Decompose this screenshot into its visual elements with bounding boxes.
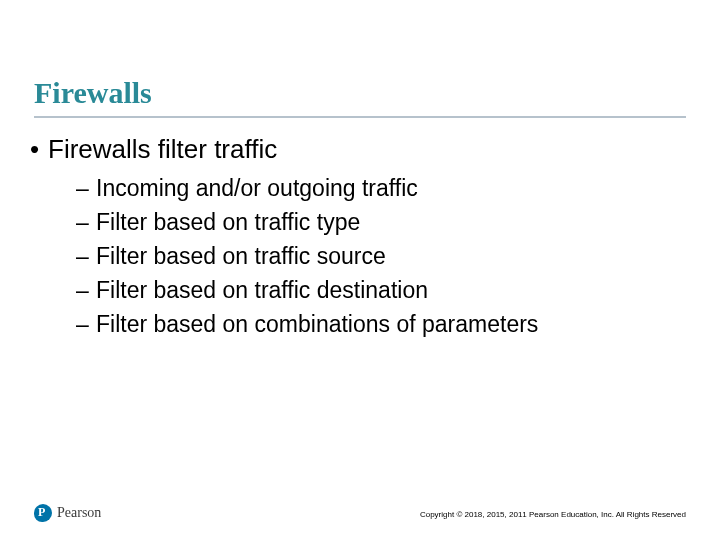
bullet-text: Filter based on traffic type	[96, 209, 360, 235]
bullet-text: Incoming and/or outgoing traffic	[96, 175, 418, 201]
bullet-level2: –Incoming and/or outgoing traffic	[76, 173, 680, 204]
dash-marker: –	[76, 241, 96, 272]
bullet-marker: •	[30, 134, 48, 165]
slide: Firewalls •Firewalls filter traffic –Inc…	[0, 0, 720, 540]
bullet-level2: –Filter based on traffic type	[76, 207, 680, 238]
pearson-logo-icon	[34, 504, 52, 522]
slide-title: Firewalls	[34, 76, 152, 110]
pearson-logo: Pearson	[34, 504, 101, 522]
bullet-text: Filter based on traffic source	[96, 243, 386, 269]
bullet-level2: –Filter based on traffic source	[76, 241, 680, 272]
dash-marker: –	[76, 173, 96, 204]
bullet-text: Filter based on combinations of paramete…	[96, 311, 538, 337]
dash-marker: –	[76, 207, 96, 238]
bullet-level1: •Firewalls filter traffic	[30, 134, 680, 165]
bullet-text: Filter based on traffic destination	[96, 277, 428, 303]
bullet-level2: –Filter based on combinations of paramet…	[76, 309, 680, 340]
slide-footer: Pearson Copyright © 2018, 2015, 2011 Pea…	[0, 498, 720, 522]
copyright-text: Copyright © 2018, 2015, 2011 Pearson Edu…	[420, 510, 686, 519]
bullet-level2: –Filter based on traffic destination	[76, 275, 680, 306]
dash-marker: –	[76, 275, 96, 306]
bullet-text: Firewalls filter traffic	[48, 134, 277, 164]
slide-body: •Firewalls filter traffic –Incoming and/…	[30, 134, 680, 343]
title-divider	[34, 116, 686, 118]
dash-marker: –	[76, 309, 96, 340]
pearson-logo-text: Pearson	[57, 505, 101, 521]
